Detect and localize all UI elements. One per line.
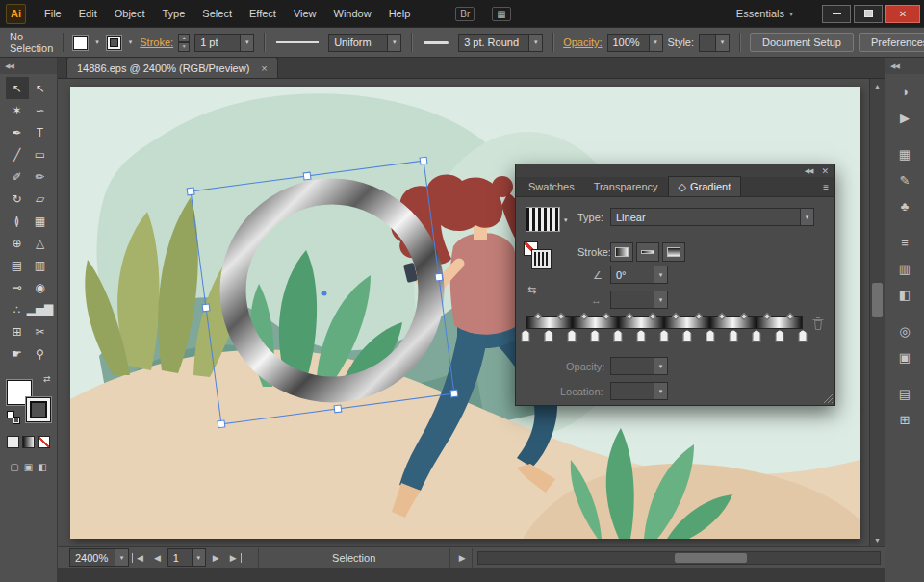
panel-menu-icon[interactable]: ≡ <box>823 182 829 192</box>
eyedropper-tool[interactable]: ⊸ <box>6 276 29 298</box>
horizontal-scroll-thumb[interactable] <box>675 553 747 563</box>
gradient-midpoint[interactable] <box>649 313 656 320</box>
stroke-gradient-across-button[interactable] <box>662 242 685 262</box>
menu-type[interactable]: Type <box>154 0 194 27</box>
brush-value[interactable]: 3 pt. Round <box>458 34 529 52</box>
step-down-icon[interactable]: ▼ <box>178 42 190 52</box>
opacity-dropdown[interactable]: ▾ <box>650 34 663 52</box>
gradient-midpoint[interactable] <box>717 313 725 320</box>
minimize-button[interactable] <box>822 5 851 23</box>
gradient-midpoint[interactable] <box>695 313 703 320</box>
bridge-button[interactable]: Br <box>455 7 475 21</box>
gradient-stop[interactable] <box>591 330 600 342</box>
stroke-link[interactable]: Stroke: <box>140 37 173 48</box>
variable-width-value[interactable]: Uniform <box>328 34 388 52</box>
gradient-stop[interactable] <box>568 330 577 342</box>
gradient-midpoint[interactable] <box>763 313 771 320</box>
vertical-scroll-thumb[interactable] <box>872 283 883 317</box>
draw-normal-icon[interactable]: ▢ <box>10 462 18 472</box>
symbol-sprayer-tool[interactable]: ∴ <box>6 298 29 320</box>
shape-builder-tool[interactable]: ⊕ <box>6 232 29 254</box>
gradient-stop[interactable] <box>730 330 738 342</box>
panel-resize-grip[interactable] <box>823 393 833 403</box>
blend-tool[interactable]: ◉ <box>29 276 52 298</box>
stroke-gradient-along-button[interactable] <box>636 242 659 262</box>
rotate-tool[interactable]: ↻ <box>6 188 29 210</box>
artboard-number-input[interactable]: 1 <box>167 548 192 567</box>
horizontal-scrollbar[interactable] <box>477 551 881 565</box>
scale-tool[interactable]: ▱ <box>29 188 52 210</box>
gradient-button[interactable] <box>22 436 35 448</box>
transparency-panel-icon[interactable]: ◧ <box>892 283 917 307</box>
slice-tool[interactable]: ✂ <box>29 320 52 342</box>
tools-collapse-button[interactable]: ◀◀ <box>0 58 57 74</box>
gradient-stop[interactable] <box>776 330 784 342</box>
status-menu-icon[interactable]: ▶ <box>453 548 473 568</box>
stroke-gradient-within-button[interactable] <box>610 242 633 262</box>
delete-stop-icon[interactable] <box>811 316 825 331</box>
stroke-dropdown-icon[interactable]: ▾ <box>126 38 136 46</box>
graphic-styles-panel-icon[interactable]: ▣ <box>892 345 917 369</box>
opacity-link[interactable]: Opacity: <box>563 37 602 48</box>
aspect-ratio-input[interactable] <box>610 291 654 309</box>
previous-artboard-button[interactable]: ◀ <box>150 553 165 563</box>
zoom-tool[interactable]: ⚲ <box>29 342 52 365</box>
draw-behind-icon[interactable]: ▣ <box>24 462 33 472</box>
swap-fill-stroke-icon[interactable]: ⇄ <box>43 374 51 384</box>
gradient-thumbnail[interactable] <box>526 207 560 232</box>
menu-file[interactable]: File <box>36 0 70 27</box>
tab-transparency[interactable]: Transparency <box>584 176 668 196</box>
gradient-midpoint[interactable] <box>786 313 794 320</box>
hand-tool[interactable]: ☛ <box>6 342 29 365</box>
document-tab[interactable]: 14886.eps @ 2400% (RGB/Preview) × <box>66 57 278 78</box>
tab-swatches[interactable]: Swatches <box>519 176 584 196</box>
artboards-panel-icon[interactable]: ⊞ <box>892 408 917 432</box>
selection-tool[interactable]: ↖ <box>6 77 29 99</box>
stroke-weight-dropdown[interactable]: ▾ <box>241 34 254 52</box>
gradient-stop[interactable] <box>752 330 760 342</box>
column-graph-tool[interactable]: ▂▅▇ <box>29 298 52 320</box>
draw-inside-icon[interactable]: ◧ <box>38 462 46 472</box>
gradient-angle-input[interactable]: 0° <box>610 266 654 284</box>
color-panel-icon[interactable]: ◑ <box>892 80 917 104</box>
gradient-panel-icon[interactable]: ▥ <box>892 257 917 281</box>
gradient-presets-dropdown-icon[interactable]: ▾ <box>564 216 568 224</box>
dock-expand-button[interactable]: ◀◀ <box>886 58 924 74</box>
line-segment-tool[interactable]: ╱ <box>6 143 29 165</box>
panel-close-icon[interactable]: ✕ <box>821 166 829 176</box>
gradient-midpoint[interactable] <box>626 313 633 320</box>
perspective-grid-tool[interactable]: △ <box>29 232 52 254</box>
gradient-stop[interactable] <box>637 330 646 342</box>
stroke-weight-input[interactable]: 1 pt <box>194 34 241 52</box>
zoom-input[interactable]: 2400% <box>69 548 116 567</box>
style-value[interactable] <box>699 34 716 52</box>
aspect-ratio-dropdown[interactable]: ▾ <box>654 291 668 309</box>
menu-help[interactable]: Help <box>380 0 420 27</box>
gradient-angle-dropdown[interactable]: ▾ <box>654 266 668 284</box>
menu-window[interactable]: Window <box>325 0 380 27</box>
gradient-stop[interactable] <box>544 330 552 342</box>
artboard-dropdown[interactable]: ▾ <box>192 548 206 567</box>
style-dropdown[interactable]: ▾ <box>716 34 730 52</box>
stop-opacity-dropdown[interactable]: ▾ <box>654 357 668 375</box>
gradient-midpoint[interactable] <box>534 313 542 320</box>
scroll-up-icon[interactable]: ▲ <box>870 79 885 92</box>
gradient-stop[interactable] <box>522 330 530 342</box>
layers-panel-icon[interactable]: ▤ <box>892 382 917 406</box>
reverse-gradient-icon[interactable]: ⇆ <box>527 284 536 296</box>
color-guide-panel-icon[interactable]: ▶ <box>892 106 917 130</box>
zoom-dropdown[interactable]: ▾ <box>116 548 129 567</box>
symbols-panel-icon[interactable]: ♣ <box>892 194 917 218</box>
width-tool[interactable]: ≬ <box>6 210 29 232</box>
swatches-panel-icon[interactable]: ▦ <box>892 142 917 166</box>
mesh-tool[interactable]: ▤ <box>6 254 29 276</box>
vertical-scrollbar[interactable]: ▲ ▼ <box>869 79 885 546</box>
panel-collapse-icon[interactable]: ◀◀ <box>805 167 813 175</box>
direct-selection-tool[interactable]: ↖ <box>29 77 52 99</box>
stroke-panel-icon[interactable]: ≡ <box>892 231 917 255</box>
gradient-midpoint[interactable] <box>603 313 610 320</box>
stop-opacity-input[interactable] <box>610 357 654 375</box>
preferences-button[interactable]: Preferences <box>859 33 924 52</box>
arrange-documents-button[interactable]: ▦ <box>492 7 510 21</box>
free-transform-tool[interactable]: ▦ <box>29 210 52 232</box>
